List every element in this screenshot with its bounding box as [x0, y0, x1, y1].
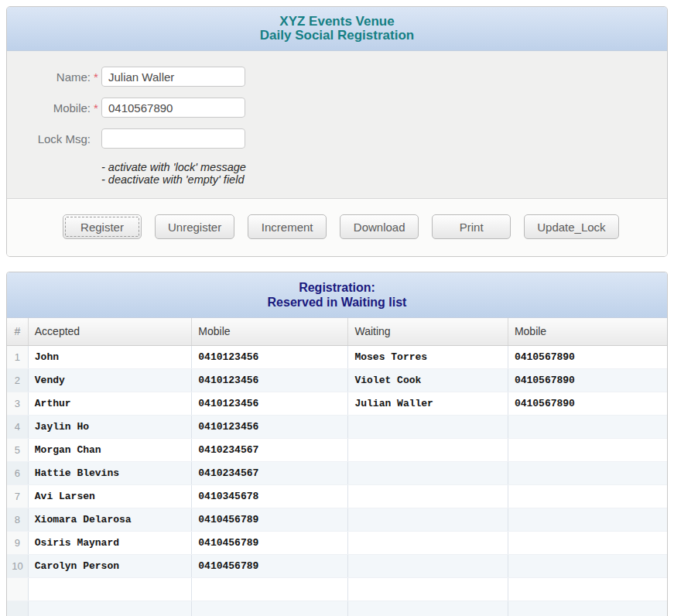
waiting-mobile-cell — [508, 415, 667, 438]
table-row: 2Vendy0410123456Violet Cook0410567890 — [7, 368, 667, 392]
waiting-mobile-cell — [508, 461, 667, 484]
accepted-mobile-cell: 0410456789 — [192, 531, 348, 554]
waiting-mobile-cell: 0410567890 — [508, 392, 667, 415]
column-header-number: # — [7, 318, 28, 345]
waiting-mobile-cell — [508, 438, 667, 461]
action-buttons-bar: Register Unregister Increment Download P… — [7, 199, 667, 256]
registration-table-body: 1John0410123456Moses Torres04105678902Ve… — [7, 345, 667, 616]
name-input[interactable] — [101, 67, 245, 87]
accepted-name-cell — [28, 601, 192, 616]
name-required-asterisk: * — [91, 70, 101, 84]
download-button[interactable]: Download — [340, 214, 419, 239]
waiting-name-cell: Julian Waller — [348, 392, 508, 415]
registration-list-panel: Registration: Reserved in Waiting list #… — [6, 272, 668, 616]
row-number: 3 — [7, 392, 28, 415]
accepted-mobile-cell: 0410345678 — [192, 484, 348, 508]
accepted-mobile-cell: 0410123456 — [192, 345, 348, 368]
table-row: 3Arthur0410123456Julian Waller0410567890 — [7, 392, 667, 415]
note-activate: - activate with 'lock' message — [101, 161, 667, 173]
row-number: 5 — [7, 438, 28, 461]
waiting-name-cell — [348, 531, 508, 554]
accepted-mobile-cell — [192, 601, 348, 616]
accepted-mobile-cell: 0410456789 — [192, 508, 348, 531]
column-header-waiting: Waiting — [348, 318, 508, 345]
waiting-mobile-cell: 0410567890 — [508, 345, 667, 368]
table-row: 10Carolyn Person0410456789 — [7, 554, 667, 577]
lock-msg-input[interactable] — [101, 128, 245, 149]
registration-table: # Accepted Mobile Waiting Mobile 1John04… — [7, 318, 667, 616]
waiting-name-cell — [348, 415, 508, 438]
row-number: 1 — [7, 345, 28, 368]
waiting-name-cell: Moses Torres — [348, 345, 508, 368]
mobile-input[interactable] — [101, 98, 245, 118]
registration-form-panel: XYZ Events Venue Daily Social Registrati… — [6, 6, 668, 257]
name-field-row: Name: * — [7, 67, 667, 87]
name-label: Name: — [7, 70, 91, 84]
mobile-label: Mobile: — [7, 101, 91, 115]
accepted-name-cell: Xiomara Delarosa — [28, 508, 192, 531]
row-number: 10 — [7, 554, 28, 577]
accepted-mobile-cell: 0410123456 — [192, 392, 348, 415]
table-row: 4Jaylin Ho0410123456 — [7, 415, 667, 438]
table-row: 9Osiris Maynard0410456789 — [7, 531, 667, 554]
form-subtitle: Daily Social Registration — [7, 29, 667, 43]
table-header-row: # Accepted Mobile Waiting Mobile — [7, 318, 667, 345]
accepted-name-cell: Osiris Maynard — [28, 531, 192, 554]
column-header-accepted-mobile: Mobile — [192, 318, 348, 345]
lock-msg-label: Lock Msg: — [7, 132, 91, 145]
accepted-mobile-cell: 0410123456 — [192, 415, 348, 438]
form-area: Name: * Mobile: * Lock Msg: - activate w… — [7, 51, 667, 199]
increment-button[interactable]: Increment — [248, 214, 327, 239]
waiting-name-cell — [348, 554, 508, 577]
waiting-name-cell — [348, 484, 508, 508]
accepted-mobile-cell: 0410234567 — [192, 461, 348, 484]
table-row: 8Xiomara Delarosa0410456789 — [7, 508, 667, 531]
column-header-accepted: Accepted — [28, 318, 192, 345]
waiting-name-cell: Violet Cook — [348, 368, 508, 392]
row-number: 7 — [7, 484, 28, 508]
mobile-required-asterisk: * — [91, 101, 101, 115]
accepted-name-cell: Arthur — [28, 392, 192, 415]
row-number: 9 — [7, 531, 28, 554]
row-number: 6 — [7, 461, 28, 484]
mobile-field-row: Mobile: * — [7, 98, 667, 118]
waiting-mobile-cell — [508, 531, 667, 554]
note-deactivate: - deactivate with 'empty' field — [101, 173, 667, 186]
accepted-name-cell: John — [28, 345, 192, 368]
table-row: 5Morgan Chan0410234567 — [7, 438, 667, 461]
waiting-mobile-cell — [508, 577, 667, 601]
accepted-mobile-cell: 0410456789 — [192, 554, 348, 577]
table-row: 1John0410123456Moses Torres0410567890 — [7, 345, 667, 368]
waiting-mobile-cell — [508, 508, 667, 531]
table-row — [7, 601, 667, 616]
lock-instructions: - activate with 'lock' message - deactiv… — [101, 161, 667, 186]
row-number: 4 — [7, 415, 28, 438]
waiting-mobile-cell — [508, 484, 667, 508]
accepted-name-cell: Avi Larsen — [28, 484, 192, 508]
registration-table-head: # Accepted Mobile Waiting Mobile — [7, 318, 667, 345]
accepted-name-cell: Jaylin Ho — [28, 415, 192, 438]
unregister-button[interactable]: Unregister — [155, 214, 234, 239]
accepted-name-cell: Carolyn Person — [28, 554, 192, 577]
accepted-mobile-cell: 0410123456 — [192, 368, 348, 392]
venue-title: XYZ Events Venue — [7, 15, 667, 29]
table-row: 7Avi Larsen0410345678 — [7, 484, 667, 508]
row-number — [7, 577, 28, 601]
lock-msg-field-row: Lock Msg: — [7, 128, 667, 149]
update-lock-button[interactable]: Update_Lock — [524, 214, 618, 239]
row-number: 8 — [7, 508, 28, 531]
accepted-name-cell: Morgan Chan — [28, 438, 192, 461]
waiting-mobile-cell — [508, 554, 667, 577]
row-number — [7, 601, 28, 616]
table-row: 6Hattie Blevins0410234567 — [7, 461, 667, 484]
row-number: 2 — [7, 368, 28, 392]
accepted-name-cell — [28, 577, 192, 601]
column-header-waiting-mobile: Mobile — [508, 318, 667, 345]
waiting-mobile-cell — [508, 601, 667, 616]
accepted-mobile-cell: 0410234567 — [192, 438, 348, 461]
register-button[interactable]: Register — [63, 214, 142, 239]
waiting-list-subtitle: Reserved in Waiting list — [7, 295, 667, 310]
print-button[interactable]: Print — [432, 214, 511, 239]
waiting-name-cell — [348, 438, 508, 461]
waiting-name-cell — [348, 577, 508, 601]
